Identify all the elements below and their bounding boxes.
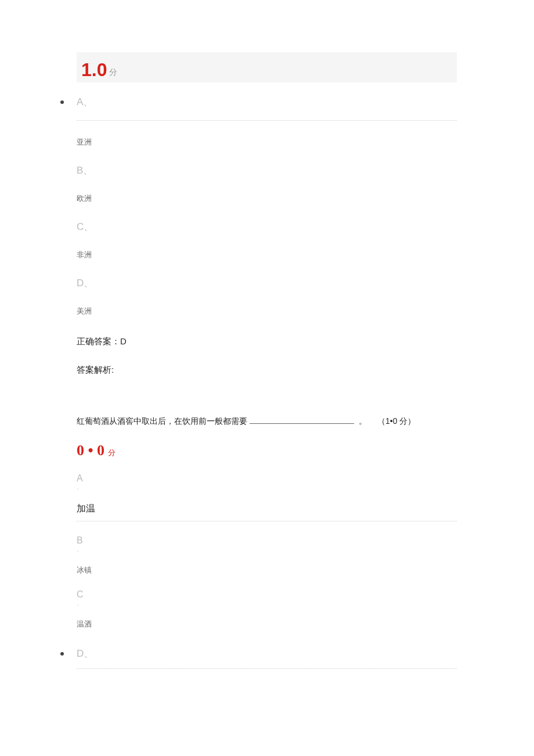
q2-option-c-comma: 、 [77, 600, 457, 606]
q1-option-b-text: 欧洲 [77, 193, 457, 204]
q1-option-a-text-block: 亚洲 [77, 137, 457, 147]
q2-option-c-text: 温酒 [77, 619, 457, 629]
q2-score-line: 0 • 0 分 [77, 442, 457, 459]
q1-score-unit: 分 [109, 67, 117, 79]
q1-option-b-block: B、 欧洲 [77, 164, 457, 204]
q2-option-b-label: B [77, 535, 83, 545]
q1-option-a-text: 亚洲 [77, 137, 457, 147]
q2-option-b-comma: 、 [77, 546, 457, 552]
q2-blank [250, 423, 354, 424]
q2-option-a-label: A [77, 473, 83, 483]
q2-option-c-label: C [77, 589, 84, 599]
q2-option-d-row: D、 [60, 647, 457, 660]
q1-analysis-label: 答案解析: [77, 365, 457, 376]
q2-option-b-block: B 、 冰镇 [77, 535, 457, 575]
q2-option-d-label: D、 [77, 647, 93, 660]
q1-option-a-row: A、 [60, 95, 457, 109]
divider [77, 521, 457, 521]
q1-option-c-text: 非洲 [77, 250, 457, 260]
q1-option-c-label: C、 [77, 220, 457, 233]
q2-option-a-comma: 、 [77, 484, 457, 490]
bullet-icon [60, 100, 64, 104]
q2-option-a-block: A 、 加温 [77, 473, 457, 515]
q2-stem-line: 红葡萄酒从酒窖中取出后，在饮用前一般都需要 。 （1•0 分） [77, 416, 457, 427]
q2-period: 。 [359, 416, 367, 427]
q2-points: （1•0 分） [377, 416, 416, 427]
q1-score-value: 1.0 [81, 60, 107, 79]
q1-option-d-block: D、 美洲 [77, 276, 457, 316]
q2-score-value: 0 • 0 [77, 442, 104, 459]
q1-option-d-label: D、 [77, 276, 457, 290]
q1-option-d-text: 美洲 [77, 306, 457, 316]
bullet-icon [60, 652, 64, 656]
q2-score-unit: 分 [108, 448, 116, 458]
q1-option-c-block: C、 非洲 [77, 220, 457, 260]
document-content: 1.0 分 A、 亚洲 B、 欧洲 C、 非洲 D、 美洲 正确答案：D 答案解… [77, 52, 457, 669]
q2-option-c-block: C 、 温酒 [77, 589, 457, 629]
divider [77, 668, 457, 669]
q1-correct-answer: 正确答案：D [77, 336, 457, 347]
q2-option-b-text: 冰镇 [77, 565, 457, 575]
q1-score-banner: 1.0 分 [77, 52, 457, 82]
q1-option-b-label: B、 [77, 164, 457, 177]
q2-stem: 红葡萄酒从酒窖中取出后，在饮用前一般都需要 [77, 416, 247, 427]
q2-option-a-text: 加温 [77, 503, 457, 515]
q1-option-a-label: A、 [77, 95, 93, 109]
divider [77, 120, 457, 121]
